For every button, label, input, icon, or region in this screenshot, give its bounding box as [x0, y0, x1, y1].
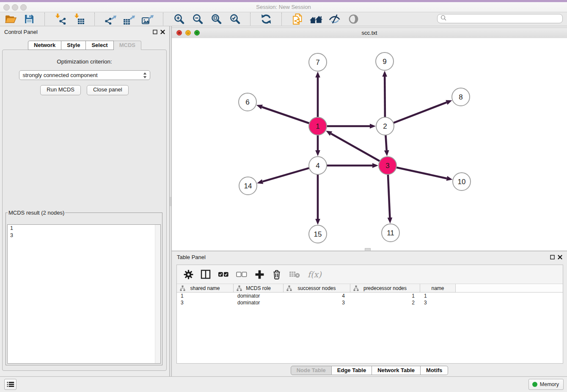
column-header-successor-nodes[interactable]: successor nodes: [284, 284, 350, 292]
cell-successor-nodes[interactable]: 4: [284, 293, 350, 299]
graph-node-7[interactable]: 7: [309, 53, 327, 71]
cell-successor-nodes[interactable]: 3: [284, 299, 350, 306]
open-folder-icon[interactable]: [3, 13, 18, 25]
graph-node-4[interactable]: 4: [309, 157, 327, 174]
cell-name[interactable]: 3: [420, 299, 456, 306]
tab-edge-table[interactable]: Edge Table: [332, 366, 372, 375]
column-header-predecessor-nodes[interactable]: predecessor nodes: [350, 284, 420, 292]
graph-edge-4-15[interactable]: [315, 174, 320, 225]
cell-shared-name[interactable]: 1: [177, 293, 234, 299]
graph-edge-3-11[interactable]: [388, 174, 393, 224]
tab-style[interactable]: Style: [61, 41, 86, 50]
table-row[interactable]: 3dominator323: [177, 299, 563, 306]
cell-predecessor-nodes[interactable]: 1: [350, 293, 420, 299]
trash-icon[interactable]: [272, 268, 282, 280]
network-title: scc.txt: [172, 30, 567, 36]
mcds-result-line: 3: [8, 232, 160, 239]
tab-motifs[interactable]: Motifs: [421, 366, 448, 375]
graph-edge-4-3[interactable]: [327, 163, 378, 168]
run-mcds-button[interactable]: Run MCDS: [40, 85, 81, 95]
toggle-visibility-icon[interactable]: [328, 13, 342, 25]
control-panel: Control Panel NetworkStyleSelectMCDS Opt…: [0, 26, 169, 377]
column-header-name[interactable]: name: [420, 284, 456, 292]
graph-edge-2-9[interactable]: [382, 71, 387, 117]
network-canvas[interactable]: 7968124314101511: [172, 38, 567, 251]
duplicate-network-icon[interactable]: [290, 13, 305, 25]
graph-edge-1-4[interactable]: [315, 135, 320, 156]
cell-MCDS-role[interactable]: dominator: [234, 293, 284, 299]
mcds-result-list[interactable]: 13: [7, 224, 161, 364]
graph-node-10[interactable]: 10: [453, 173, 471, 190]
eye-icon[interactable]: [346, 13, 361, 25]
zoom-selected-icon[interactable]: [228, 13, 242, 25]
graph-node-8[interactable]: 8: [452, 88, 470, 106]
close-panel-icon[interactable]: [160, 29, 165, 35]
graph-node-15[interactable]: 15: [309, 225, 327, 243]
tab-network-table[interactable]: Network Table: [372, 366, 421, 375]
horizontal-splitter-grip[interactable]: [365, 248, 371, 251]
criterion-dropdown-value: strongly connected component: [23, 72, 98, 78]
export-network-icon[interactable]: [103, 13, 118, 25]
cell-MCDS-role[interactable]: dominator: [234, 299, 284, 306]
search-input[interactable]: [448, 15, 562, 22]
close-panel-button[interactable]: Close panel: [87, 85, 129, 95]
tab-mcds[interactable]: MCDS: [114, 41, 141, 50]
import-network-icon[interactable]: [53, 13, 68, 25]
home-icon[interactable]: [309, 13, 323, 25]
tab-select[interactable]: Select: [86, 41, 113, 50]
column-header-shared-name[interactable]: shared name: [177, 284, 234, 292]
graph-edge-2-8[interactable]: [394, 100, 452, 123]
zoom-in-icon[interactable]: [172, 13, 186, 25]
svg-text:8: 8: [459, 93, 462, 101]
columns-icon[interactable]: [201, 268, 211, 280]
criterion-dropdown[interactable]: strongly connected component: [19, 70, 150, 80]
graph-node-11[interactable]: 11: [382, 224, 399, 242]
float-table-panel-icon[interactable]: [550, 254, 555, 260]
svg-text:7: 7: [316, 58, 319, 66]
mcds-result-line: 1: [8, 225, 160, 232]
export-table-icon[interactable]: [122, 13, 136, 25]
graph-edge-3-1[interactable]: [326, 131, 380, 161]
graph-node-6[interactable]: 6: [239, 93, 256, 111]
tab-node-table[interactable]: Node Table: [291, 366, 332, 375]
cell-name[interactable]: 1: [420, 293, 456, 299]
zoom-out-icon[interactable]: [190, 13, 205, 25]
column-label: name: [431, 285, 444, 291]
float-panel-icon[interactable]: [152, 29, 158, 35]
fx-icon[interactable]: f(x): [308, 268, 322, 280]
export-image-icon[interactable]: [140, 13, 155, 25]
cell-shared-name[interactable]: 3: [177, 299, 234, 306]
refresh-icon[interactable]: [259, 13, 273, 25]
graph-edge-1-2[interactable]: [327, 124, 376, 129]
graph-edge-4-14[interactable]: [257, 168, 309, 184]
optimization-criterion-label: Optimization criterion:: [3, 58, 166, 65]
graph-node-2[interactable]: 2: [376, 117, 394, 135]
gear-icon[interactable]: [183, 268, 193, 280]
close-table-panel-icon[interactable]: [557, 254, 563, 260]
result-scrollbar[interactable]: [155, 225, 160, 363]
graph-edge-2-3[interactable]: [384, 135, 389, 156]
search-box[interactable]: [437, 14, 563, 23]
cell-predecessor-nodes[interactable]: 2: [350, 299, 420, 306]
graph-edge-1-6[interactable]: [256, 105, 309, 123]
table-tabs: Node TableEdge TableNetwork TableMotifs: [172, 366, 567, 375]
add-icon[interactable]: [254, 268, 264, 280]
deselect-all-icon[interactable]: [236, 268, 247, 280]
graph-node-1[interactable]: 1: [309, 117, 327, 135]
select-all-icon[interactable]: [218, 268, 229, 280]
graph-edge-3-10[interactable]: [396, 168, 453, 181]
table-row[interactable]: 1dominator411: [177, 293, 563, 299]
delete-table-icon[interactable]: [289, 268, 300, 280]
graph-node-9[interactable]: 9: [376, 52, 394, 70]
save-icon[interactable]: [22, 13, 36, 25]
graph-node-3[interactable]: 3: [379, 157, 396, 174]
task-history-button[interactable]: [4, 379, 17, 390]
memory-button[interactable]: Memory: [528, 379, 564, 390]
graph-edge-1-7[interactable]: [315, 72, 320, 117]
import-table-icon[interactable]: [72, 13, 86, 25]
tab-network[interactable]: Network: [28, 41, 61, 50]
column-header-MCDS-role[interactable]: MCDS role: [234, 284, 284, 292]
splitter-grip[interactable]: [170, 197, 171, 206]
zoom-fit-icon[interactable]: [209, 13, 223, 25]
graph-node-14[interactable]: 14: [239, 177, 257, 195]
